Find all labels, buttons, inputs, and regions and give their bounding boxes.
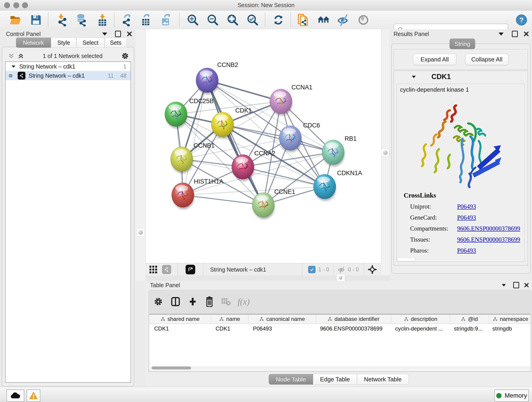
column-header-shared-name[interactable]: shared name [149, 314, 211, 324]
column-header-canonical-name[interactable]: canonical name [249, 314, 316, 324]
import-network-database-icon[interactable] [75, 13, 88, 27]
network-row[interactable]: String Network – cdk1 11 48 [6, 71, 131, 80]
help-icon[interactable]: ? [515, 13, 528, 27]
crosslink-link[interactable]: P06493 [457, 247, 476, 254]
collapse-all-button[interactable]: Collapse All [465, 54, 508, 65]
string-view-icon[interactable] [162, 265, 171, 274]
node-navigator-crosshair-icon[interactable] [367, 264, 377, 274]
table-panel-collapse-icon[interactable] [502, 284, 506, 286]
node-table[interactable]: shared namenamecanonical namedatabase id… [149, 314, 530, 370]
column-header--id[interactable]: @id [450, 314, 489, 324]
table-panel-close-icon[interactable] [524, 283, 529, 287]
node-label-CDC6: CDC6 [303, 122, 320, 129]
create-column-plus-icon[interactable] [188, 297, 198, 307]
crosslink-link[interactable]: 9606.ENSP00000378699 [457, 236, 520, 243]
delete-column-trash-icon[interactable] [205, 296, 214, 307]
import-network-file-icon[interactable] [56, 13, 69, 27]
table-cell[interactable]: CDK1 [211, 324, 248, 333]
collapse-all-networks-icon[interactable] [8, 52, 15, 59]
table-panel-float-icon[interactable] [513, 282, 519, 288]
results-panel: Results Panel String Expand All Collapse… [389, 29, 532, 281]
network-node-RB1[interactable]: RB1 [322, 135, 357, 166]
birds-eye-view-icon[interactable] [149, 265, 158, 274]
export-image-icon[interactable] [160, 13, 173, 27]
table-cell[interactable]: cyclin-dependent ... [390, 324, 449, 333]
table-cell[interactable]: 9606.ENSP00000378699 [315, 324, 390, 333]
network-graph[interactable]: CCNB2CCNA1CDC25BCDK1CDC6RB1CCNB1CCNA2CDK… [146, 29, 381, 263]
column-header-name[interactable]: name [211, 314, 249, 324]
network-node-CDK1[interactable]: CDK1 [211, 107, 252, 139]
tab-style[interactable]: Style [51, 38, 76, 48]
right-splitter[interactable] [381, 29, 389, 281]
show-glyphs-icon[interactable] [357, 13, 370, 27]
network-node-CDC25B[interactable]: CDC25B [165, 98, 214, 128]
tab-select[interactable]: Select [76, 38, 104, 48]
warning-button[interactable] [27, 389, 40, 402]
hide-glyphs-icon[interactable] [336, 13, 350, 27]
export-network-file-icon[interactable] [121, 13, 134, 27]
tab-node-table[interactable]: Node Table [269, 374, 313, 385]
network-options-gear-icon[interactable] [121, 52, 129, 60]
control-panel-collapse-icon[interactable] [102, 32, 107, 36]
network-node-CCNB1[interactable]: CCNB1 [171, 142, 215, 173]
network-edge-CCNB2-CCNE1[interactable] [207, 80, 263, 205]
tab-string-results[interactable]: String [450, 38, 475, 49]
table-cell[interactable]: CDK1 [149, 324, 211, 333]
column-header-namespace[interactable]: namespace [489, 314, 530, 324]
refresh-icon[interactable] [272, 13, 285, 27]
crosslink-link[interactable]: P06493 [457, 214, 476, 221]
gene-details-scrollbar[interactable] [397, 258, 415, 261]
gene-section-header[interactable]: CDK1 [394, 71, 528, 83]
column-header-description[interactable]: description [391, 314, 450, 324]
network-node-CDKN1A[interactable]: CDKN1A [313, 170, 362, 201]
control-panel-float-icon[interactable] [115, 31, 121, 37]
table-cell[interactable]: stringdb:9... [449, 324, 488, 333]
table-hscrollbar[interactable] [150, 366, 530, 370]
collection-expand-icon[interactable] [12, 65, 15, 67]
tab-network-table[interactable]: Network Table [357, 374, 409, 385]
node-label-CDKN1A: CDKN1A [337, 170, 362, 177]
cloud-status-button[interactable] [6, 389, 24, 402]
network-canvas[interactable]: CCNB2CCNA1CDC25BCDK1CDC6RB1CCNB1CCNA2CDK… [146, 29, 381, 263]
network-edge-count: 48 [120, 72, 127, 79]
results-panel-collapse-icon[interactable] [499, 32, 504, 36]
column-header-label: canonical name [266, 316, 305, 322]
zoom-selected-icon[interactable] [246, 13, 259, 27]
zoom-in-icon[interactable] [186, 13, 199, 27]
network-collection-row[interactable]: String Network – cdk1 1 [6, 62, 131, 71]
network-view-toolbar: String Network – cdk1 1 - 0 0 - 0 [146, 263, 381, 276]
network-edge-HIST1H1A-CCNE1[interactable] [183, 195, 263, 205]
results-panel-close-icon[interactable] [524, 32, 529, 36]
network-node-HIST1H1A[interactable]: HIST1H1A [172, 178, 223, 209]
show-columns-icon[interactable] [170, 296, 181, 307]
gene-collapse-icon[interactable] [412, 76, 416, 78]
crosslink-link[interactable]: P06493 [457, 203, 476, 210]
open-session-icon[interactable] [9, 13, 22, 27]
table-cell[interactable]: P06493 [248, 324, 315, 333]
string-home-icon[interactable] [317, 13, 330, 27]
zoom-fit-icon[interactable] [226, 13, 239, 27]
import-table-file-icon[interactable] [96, 13, 109, 27]
export-table-file-icon[interactable] [140, 13, 153, 27]
table-cell[interactable]: stringdb [488, 324, 530, 333]
results-panel-float-icon[interactable] [512, 31, 518, 37]
expand-all-networks-icon[interactable] [17, 52, 24, 59]
expand-all-button[interactable]: Expand All [413, 54, 456, 65]
table-hscrollbar-thumb[interactable] [152, 366, 191, 370]
zoom-out-icon[interactable] [206, 13, 219, 27]
column-header-database-identifier[interactable]: database identifier [316, 314, 391, 324]
control-panel-close-icon[interactable] [127, 32, 132, 36]
left-splitter[interactable] [136, 29, 146, 281]
string-protein-query-icon[interactable] [297, 13, 310, 27]
save-session-icon[interactable] [29, 13, 43, 27]
tab-edge-table[interactable]: Edge Table [313, 374, 357, 385]
network-node-CCNE1[interactable]: CCNE1 [252, 188, 295, 219]
tab-network[interactable]: Network [16, 38, 51, 48]
table-options-gear-icon[interactable] [153, 297, 163, 307]
tab-sets[interactable]: Sets [104, 38, 127, 48]
open-in-new-window-icon[interactable] [186, 265, 195, 274]
network-node-count: 11 [108, 72, 114, 79]
selected-nodes-checkbox-icon[interactable] [308, 266, 316, 273]
crosslink-link[interactable]: 9606.ENSP00000378699 [457, 225, 520, 232]
memory-button[interactable]: Memory [494, 389, 529, 402]
